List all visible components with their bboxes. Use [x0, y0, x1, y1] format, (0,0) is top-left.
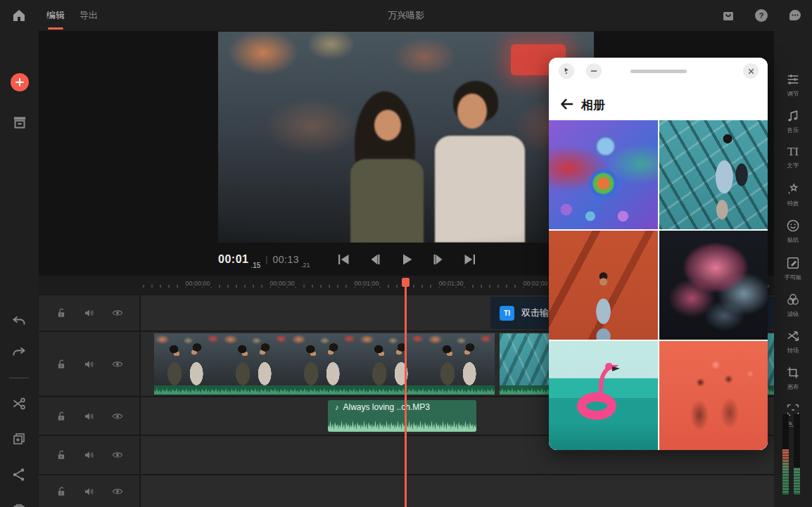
flamingo-decor: [577, 392, 616, 420]
transition-arrows-icon: [785, 328, 801, 344]
right-toolbar: 调节 音乐 TI 文字 特效 贴纸 手写板 滤镜 转场: [774, 31, 812, 507]
track-header: [39, 475, 141, 507]
top-bar: 编辑 导出 万兴喵影 ?: [0, 0, 812, 31]
flamingo-decor: [612, 366, 620, 371]
track-lane[interactable]: [141, 475, 774, 507]
media-library-icon[interactable]: [11, 113, 29, 131]
handwriting-pad-icon: [785, 255, 801, 271]
skip-to-end-button[interactable]: [462, 251, 478, 268]
text-clip-badge: TI: [500, 306, 514, 321]
ruler-label: 00:00:30: [267, 280, 297, 287]
sticker-smiley-icon: [785, 218, 801, 233]
adjust-sliders-icon: [785, 72, 801, 87]
lock-icon[interactable]: [55, 307, 68, 319]
lock-icon[interactable]: [55, 410, 68, 423]
ruler-label: 00:01:30: [436, 280, 466, 287]
minimize-icon[interactable]: [586, 63, 602, 79]
help-icon[interactable]: ?: [753, 7, 770, 24]
duplicate-icon[interactable]: [11, 430, 29, 449]
more-bubble-icon[interactable]: [787, 7, 804, 24]
split-scissors-icon[interactable]: [11, 395, 29, 413]
ruler-label: 00:02:00: [520, 280, 550, 287]
tool-adjust[interactable]: 调节: [774, 72, 812, 98]
ruler-label: 00:00:00: [182, 280, 212, 287]
tool-handwriting[interactable]: 手写板: [774, 255, 812, 282]
track-header: [39, 295, 141, 330]
video-clip-1[interactable]: [154, 333, 495, 394]
album-panel: 相册: [549, 58, 768, 450]
back-arrow-icon[interactable]: [559, 96, 576, 113]
audio-level-meters: [781, 414, 805, 494]
visibility-eye-icon[interactable]: [111, 449, 124, 461]
tool-effects[interactable]: 特效: [774, 181, 812, 208]
album-title: 相册: [581, 97, 605, 113]
mute-speaker-icon[interactable]: [83, 485, 96, 498]
text-clip-label: 双击输: [521, 307, 549, 319]
lock-icon[interactable]: [55, 358, 68, 371]
visibility-eye-icon[interactable]: [111, 485, 124, 498]
playhead-handle[interactable]: [402, 278, 410, 287]
mute-speaker-icon[interactable]: [83, 449, 96, 461]
app-window: 编辑 导出 万兴喵影 ?: [0, 0, 812, 507]
lock-icon[interactable]: [55, 485, 68, 498]
album-photo-couple-red-tint[interactable]: [659, 341, 768, 450]
track-header: [39, 397, 141, 435]
store-bag-icon[interactable]: [720, 7, 737, 24]
track-5: [39, 475, 774, 507]
play-button[interactable]: [398, 251, 415, 268]
mute-speaker-icon[interactable]: [83, 307, 96, 319]
track-header: [39, 332, 141, 396]
audio-clip[interactable]: ♪ Always loving ..ch.MP3: [328, 400, 476, 432]
tool-text[interactable]: TI 文字: [774, 145, 812, 170]
ruler-label: 00:01:00: [351, 280, 381, 287]
home-icon[interactable]: [11, 7, 27, 24]
next-frame-button[interactable]: [430, 251, 447, 268]
filters-circles-icon: [785, 292, 801, 307]
preview-vignette: [218, 32, 594, 243]
tool-transitions[interactable]: 转场: [774, 328, 812, 355]
mute-speaker-icon[interactable]: [83, 358, 96, 371]
visibility-eye-icon[interactable]: [111, 410, 124, 423]
album-photo-grid: [549, 120, 768, 450]
album-panel-header: 相册: [549, 58, 768, 120]
tool-canvas[interactable]: 画布: [774, 365, 812, 392]
share-icon[interactable]: [11, 466, 29, 484]
pin-panel-icon[interactable]: [559, 63, 574, 79]
text-icon: TI: [774, 145, 812, 159]
skip-to-start-button[interactable]: [335, 251, 352, 268]
album-photo-woman-orange-wall[interactable]: [549, 231, 658, 340]
drag-handle[interactable]: [630, 70, 687, 73]
album-photo-rainbow-glass-marbles[interactable]: [549, 120, 658, 229]
close-icon[interactable]: [743, 63, 759, 79]
previous-frame-button[interactable]: [367, 251, 383, 268]
lock-icon[interactable]: [55, 449, 68, 461]
video-preview[interactable]: [218, 32, 594, 243]
track-header: [39, 436, 141, 474]
undo-icon[interactable]: [11, 314, 29, 332]
album-photo-flamingo-float-sea[interactable]: [549, 341, 658, 450]
audio-meter-right: [794, 414, 800, 494]
tab-edit[interactable]: 编辑: [46, 0, 65, 31]
audio-clip-waveform: [328, 416, 476, 432]
tool-filters[interactable]: 滤镜: [774, 292, 812, 319]
visibility-eye-icon[interactable]: [111, 358, 124, 371]
add-media-button[interactable]: [11, 73, 29, 91]
album-photo-pink-blue-ink-water[interactable]: [659, 231, 768, 340]
visibility-eye-icon[interactable]: [111, 307, 124, 319]
delete-trash-icon[interactable]: [11, 501, 29, 507]
album-photo-man-teal-graffiti-wall[interactable]: [659, 120, 768, 229]
canvas-crop-icon: [785, 365, 801, 380]
tab-export[interactable]: 导出: [80, 0, 98, 31]
svg-text:?: ?: [759, 11, 764, 20]
music-note-icon: ♪: [335, 403, 339, 411]
mute-speaker-icon[interactable]: [83, 410, 96, 423]
video-clip-waveform: [154, 385, 495, 394]
tool-music[interactable]: 音乐: [774, 108, 812, 135]
audio-clip-label: Always loving ..ch.MP3: [343, 402, 430, 412]
redo-icon[interactable]: [11, 345, 29, 363]
audio-meter-left: [782, 414, 789, 494]
music-note-icon: [785, 108, 801, 124]
tool-stickers[interactable]: 贴纸: [774, 218, 812, 245]
effects-star-icon: [785, 181, 801, 197]
left-toolbar: [0, 31, 39, 507]
